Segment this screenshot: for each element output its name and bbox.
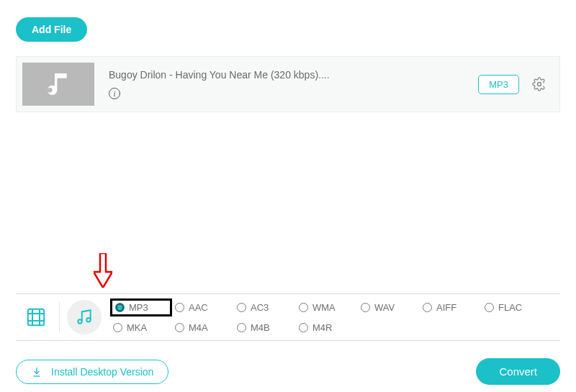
info-icon[interactable]: i xyxy=(109,88,120,99)
format-label: FLAC xyxy=(498,302,522,313)
format-option-wav[interactable]: WAV xyxy=(358,301,420,314)
film-icon xyxy=(25,306,47,328)
format-label: MKA xyxy=(127,322,147,333)
format-label: MP3 xyxy=(129,302,148,313)
format-label: WMA xyxy=(312,302,336,313)
format-option-aac[interactable]: AAC xyxy=(172,301,234,314)
format-option-mp3[interactable]: MP3 xyxy=(110,298,172,316)
format-options: MP3AACAC3WMAWAVAIFFFLACMKAM4AM4BM4R xyxy=(110,297,544,337)
format-option-wma[interactable]: WMA xyxy=(296,301,358,314)
format-radio-wma[interactable] xyxy=(299,303,308,312)
format-radio-mp3[interactable] xyxy=(115,303,125,312)
format-option-m4a[interactable]: M4A xyxy=(172,321,234,334)
svg-point-7 xyxy=(86,318,90,322)
format-radio-wav[interactable] xyxy=(361,303,370,312)
format-option-flac[interactable]: FLAC xyxy=(482,301,544,314)
format-option-ac3[interactable]: AC3 xyxy=(234,301,296,314)
format-label: AAC xyxy=(189,302,208,313)
svg-point-0 xyxy=(538,83,541,86)
music-note-icon xyxy=(44,70,73,99)
format-radio-flac[interactable] xyxy=(485,303,494,312)
file-format-button[interactable]: MP3 xyxy=(478,75,519,94)
format-radio-ac3[interactable] xyxy=(237,303,246,312)
install-desktop-button[interactable]: Install Desktop Version xyxy=(16,360,168,384)
divider xyxy=(59,302,60,332)
format-label: M4R xyxy=(312,322,332,333)
format-label: WAV xyxy=(374,302,395,313)
file-title: Bugoy Drilon - Having You Near Me (320 k… xyxy=(109,69,478,81)
music-icon xyxy=(75,308,94,327)
format-radio-aiff[interactable] xyxy=(423,303,432,312)
bottom-bar: Install Desktop Version Convert xyxy=(16,358,560,385)
format-label: AC3 xyxy=(251,302,269,313)
format-option-m4b[interactable]: M4B xyxy=(234,321,296,334)
format-option-m4r[interactable]: M4R xyxy=(296,321,358,334)
format-label: M4A xyxy=(189,322,208,333)
file-thumbnail xyxy=(22,63,94,106)
format-label: M4B xyxy=(251,322,270,333)
add-file-button[interactable]: Add File xyxy=(16,17,87,42)
gear-icon[interactable] xyxy=(532,77,546,91)
format-radio-m4a[interactable] xyxy=(175,323,184,332)
format-option-mka[interactable]: MKA xyxy=(110,321,172,334)
file-list-item: Bugoy Drilon - Having You Near Me (320 k… xyxy=(16,56,560,112)
format-selection-panel: MP3AACAC3WMAWAVAIFFFLACMKAM4AM4BM4R xyxy=(16,293,560,341)
svg-rect-1 xyxy=(28,309,45,326)
convert-button[interactable]: Convert xyxy=(476,358,560,385)
format-label: AIFF xyxy=(436,302,456,313)
format-radio-m4b[interactable] xyxy=(237,323,246,332)
format-option-empty xyxy=(420,326,482,329)
video-tab[interactable] xyxy=(16,294,56,340)
audio-tab[interactable] xyxy=(67,300,102,334)
install-desktop-label: Install Desktop Version xyxy=(51,366,153,378)
file-meta: Bugoy Drilon - Having You Near Me (320 k… xyxy=(94,69,478,99)
format-option-empty xyxy=(358,326,420,329)
format-option-empty xyxy=(482,326,544,329)
format-option-aiff[interactable]: AIFF xyxy=(420,301,482,314)
format-radio-m4r[interactable] xyxy=(299,323,308,332)
annotation-arrow-icon xyxy=(94,253,112,288)
download-icon xyxy=(31,366,42,378)
format-radio-aac[interactable] xyxy=(175,303,184,312)
svg-point-6 xyxy=(78,319,81,323)
format-radio-mka[interactable] xyxy=(113,323,122,332)
